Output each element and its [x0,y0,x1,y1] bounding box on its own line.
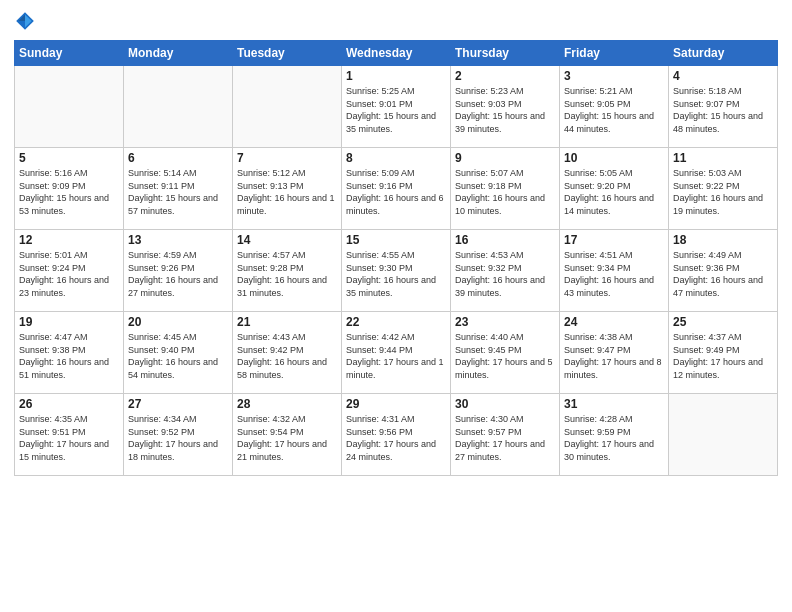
day-number: 28 [237,397,337,411]
day-info: Sunrise: 4:47 AM Sunset: 9:38 PM Dayligh… [19,331,119,381]
day-header-tuesday: Tuesday [233,41,342,66]
day-number: 13 [128,233,228,247]
day-cell [233,66,342,148]
day-cell: 2Sunrise: 5:23 AM Sunset: 9:03 PM Daylig… [451,66,560,148]
calendar-header-row: SundayMondayTuesdayWednesdayThursdayFrid… [15,41,778,66]
day-cell: 3Sunrise: 5:21 AM Sunset: 9:05 PM Daylig… [560,66,669,148]
header [14,10,778,32]
day-header-monday: Monday [124,41,233,66]
day-number: 30 [455,397,555,411]
day-info: Sunrise: 5:01 AM Sunset: 9:24 PM Dayligh… [19,249,119,299]
day-cell: 21Sunrise: 4:43 AM Sunset: 9:42 PM Dayli… [233,312,342,394]
day-info: Sunrise: 4:43 AM Sunset: 9:42 PM Dayligh… [237,331,337,381]
day-number: 31 [564,397,664,411]
day-number: 2 [455,69,555,83]
day-info: Sunrise: 5:21 AM Sunset: 9:05 PM Dayligh… [564,85,664,135]
day-header-thursday: Thursday [451,41,560,66]
day-number: 5 [19,151,119,165]
day-info: Sunrise: 5:05 AM Sunset: 9:20 PM Dayligh… [564,167,664,217]
day-cell: 9Sunrise: 5:07 AM Sunset: 9:18 PM Daylig… [451,148,560,230]
day-cell [669,394,778,476]
day-cell: 8Sunrise: 5:09 AM Sunset: 9:16 PM Daylig… [342,148,451,230]
day-cell: 19Sunrise: 4:47 AM Sunset: 9:38 PM Dayli… [15,312,124,394]
week-row-0: 1Sunrise: 5:25 AM Sunset: 9:01 PM Daylig… [15,66,778,148]
day-number: 15 [346,233,446,247]
day-number: 3 [564,69,664,83]
day-info: Sunrise: 4:28 AM Sunset: 9:59 PM Dayligh… [564,413,664,463]
day-number: 1 [346,69,446,83]
day-cell: 25Sunrise: 4:37 AM Sunset: 9:49 PM Dayli… [669,312,778,394]
day-cell: 14Sunrise: 4:57 AM Sunset: 9:28 PM Dayli… [233,230,342,312]
day-number: 25 [673,315,773,329]
day-info: Sunrise: 4:37 AM Sunset: 9:49 PM Dayligh… [673,331,773,381]
day-info: Sunrise: 4:49 AM Sunset: 9:36 PM Dayligh… [673,249,773,299]
day-number: 12 [19,233,119,247]
day-cell: 5Sunrise: 5:16 AM Sunset: 9:09 PM Daylig… [15,148,124,230]
day-cell: 12Sunrise: 5:01 AM Sunset: 9:24 PM Dayli… [15,230,124,312]
day-cell: 24Sunrise: 4:38 AM Sunset: 9:47 PM Dayli… [560,312,669,394]
day-info: Sunrise: 4:35 AM Sunset: 9:51 PM Dayligh… [19,413,119,463]
day-cell: 15Sunrise: 4:55 AM Sunset: 9:30 PM Dayli… [342,230,451,312]
day-cell: 1Sunrise: 5:25 AM Sunset: 9:01 PM Daylig… [342,66,451,148]
day-cell: 29Sunrise: 4:31 AM Sunset: 9:56 PM Dayli… [342,394,451,476]
logo-icon [14,10,36,32]
day-cell: 17Sunrise: 4:51 AM Sunset: 9:34 PM Dayli… [560,230,669,312]
day-info: Sunrise: 5:03 AM Sunset: 9:22 PM Dayligh… [673,167,773,217]
day-number: 21 [237,315,337,329]
day-cell: 11Sunrise: 5:03 AM Sunset: 9:22 PM Dayli… [669,148,778,230]
day-number: 22 [346,315,446,329]
day-number: 6 [128,151,228,165]
week-row-1: 5Sunrise: 5:16 AM Sunset: 9:09 PM Daylig… [15,148,778,230]
day-number: 7 [237,151,337,165]
day-info: Sunrise: 5:14 AM Sunset: 9:11 PM Dayligh… [128,167,228,217]
day-info: Sunrise: 4:38 AM Sunset: 9:47 PM Dayligh… [564,331,664,381]
day-cell: 16Sunrise: 4:53 AM Sunset: 9:32 PM Dayli… [451,230,560,312]
svg-marker-2 [18,14,25,21]
day-number: 26 [19,397,119,411]
day-info: Sunrise: 4:34 AM Sunset: 9:52 PM Dayligh… [128,413,228,463]
day-number: 23 [455,315,555,329]
day-number: 20 [128,315,228,329]
day-info: Sunrise: 4:40 AM Sunset: 9:45 PM Dayligh… [455,331,555,381]
day-header-friday: Friday [560,41,669,66]
day-number: 10 [564,151,664,165]
page: SundayMondayTuesdayWednesdayThursdayFrid… [0,0,792,612]
day-cell: 10Sunrise: 5:05 AM Sunset: 9:20 PM Dayli… [560,148,669,230]
day-info: Sunrise: 5:23 AM Sunset: 9:03 PM Dayligh… [455,85,555,135]
day-header-saturday: Saturday [669,41,778,66]
day-info: Sunrise: 4:55 AM Sunset: 9:30 PM Dayligh… [346,249,446,299]
day-info: Sunrise: 4:42 AM Sunset: 9:44 PM Dayligh… [346,331,446,381]
day-info: Sunrise: 5:18 AM Sunset: 9:07 PM Dayligh… [673,85,773,135]
day-info: Sunrise: 5:07 AM Sunset: 9:18 PM Dayligh… [455,167,555,217]
day-info: Sunrise: 4:51 AM Sunset: 9:34 PM Dayligh… [564,249,664,299]
day-cell: 30Sunrise: 4:30 AM Sunset: 9:57 PM Dayli… [451,394,560,476]
day-cell: 23Sunrise: 4:40 AM Sunset: 9:45 PM Dayli… [451,312,560,394]
day-cell [15,66,124,148]
day-cell: 22Sunrise: 4:42 AM Sunset: 9:44 PM Dayli… [342,312,451,394]
day-info: Sunrise: 5:12 AM Sunset: 9:13 PM Dayligh… [237,167,337,217]
day-cell: 27Sunrise: 4:34 AM Sunset: 9:52 PM Dayli… [124,394,233,476]
day-info: Sunrise: 4:59 AM Sunset: 9:26 PM Dayligh… [128,249,228,299]
day-number: 18 [673,233,773,247]
calendar: SundayMondayTuesdayWednesdayThursdayFrid… [14,40,778,476]
day-cell: 31Sunrise: 4:28 AM Sunset: 9:59 PM Dayli… [560,394,669,476]
day-info: Sunrise: 4:53 AM Sunset: 9:32 PM Dayligh… [455,249,555,299]
day-number: 24 [564,315,664,329]
logo [14,10,38,32]
day-number: 16 [455,233,555,247]
day-info: Sunrise: 4:31 AM Sunset: 9:56 PM Dayligh… [346,413,446,463]
day-cell: 7Sunrise: 5:12 AM Sunset: 9:13 PM Daylig… [233,148,342,230]
day-cell: 13Sunrise: 4:59 AM Sunset: 9:26 PM Dayli… [124,230,233,312]
day-info: Sunrise: 5:09 AM Sunset: 9:16 PM Dayligh… [346,167,446,217]
day-number: 19 [19,315,119,329]
day-cell [124,66,233,148]
day-cell: 20Sunrise: 4:45 AM Sunset: 9:40 PM Dayli… [124,312,233,394]
day-number: 14 [237,233,337,247]
day-cell: 6Sunrise: 5:14 AM Sunset: 9:11 PM Daylig… [124,148,233,230]
day-header-wednesday: Wednesday [342,41,451,66]
day-cell: 26Sunrise: 4:35 AM Sunset: 9:51 PM Dayli… [15,394,124,476]
day-number: 9 [455,151,555,165]
day-info: Sunrise: 4:32 AM Sunset: 9:54 PM Dayligh… [237,413,337,463]
day-cell: 4Sunrise: 5:18 AM Sunset: 9:07 PM Daylig… [669,66,778,148]
day-number: 4 [673,69,773,83]
